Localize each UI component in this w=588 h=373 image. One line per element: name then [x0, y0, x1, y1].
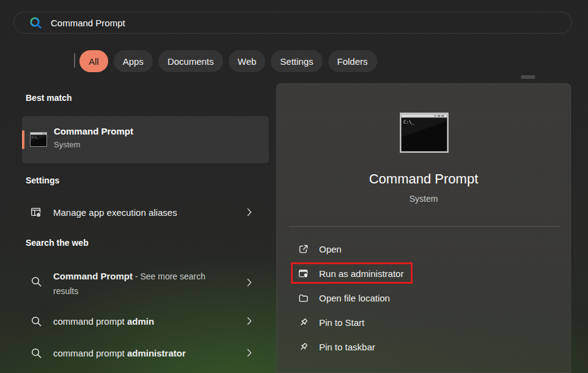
folder-icon [298, 293, 309, 303]
query-text: Command Prompt [53, 271, 133, 281]
windows-search-flyout: All Apps Documents Web Settings Folders … [0, 0, 588, 373]
best-match-subtitle: System [54, 140, 80, 149]
chevron-right-icon [247, 349, 252, 357]
panel-app-title: Command Prompt [277, 171, 570, 187]
run-as-admin-icon [298, 268, 309, 279]
tab-all[interactable]: All [79, 50, 108, 72]
selection-accent-bar [22, 130, 24, 149]
chevron-right-icon [247, 208, 252, 216]
chevron-right-icon [247, 278, 252, 287]
magnifier-icon [31, 347, 42, 359]
tab-documents[interactable]: Documents [158, 50, 223, 72]
best-match-title: Command Prompt [54, 126, 133, 136]
action-label: Run as administrator [319, 268, 403, 279]
action-pin-to-taskbar[interactable]: Pin to taskbar [277, 334, 570, 359]
tab-web[interactable]: Web [229, 50, 266, 72]
open-external-icon [298, 244, 309, 254]
web-result-label: Command Prompt - See more search results [53, 269, 223, 298]
app-execution-aliases-icon [31, 207, 42, 218]
filter-tabs: All Apps Documents Web Settings Folders [79, 50, 377, 72]
search-the-web-heading: Search the web [26, 238, 89, 248]
pin-icon [298, 342, 309, 352]
action-pin-to-start[interactable]: Pin to Start [277, 310, 570, 334]
query-prefix: command prompt [53, 348, 127, 358]
action-open[interactable]: Open [277, 237, 570, 261]
web-result-see-more[interactable]: Command Prompt - See more search results [22, 264, 269, 302]
tabs-divider [74, 53, 75, 68]
action-label: Pin to taskbar [319, 342, 375, 352]
chevron-right-icon [247, 317, 252, 325]
magnifier-icon [31, 316, 42, 327]
command-prompt-icon: C:\_ [30, 132, 47, 147]
tab-settings[interactable]: Settings [271, 50, 322, 72]
tab-folders[interactable]: Folders [328, 50, 377, 72]
best-match-heading: Best match [26, 93, 72, 103]
panel-app-subtitle: System [277, 194, 570, 204]
query-bold: admin [127, 316, 154, 327]
tab-apps[interactable]: Apps [114, 50, 153, 72]
query-bold: administrator [127, 348, 186, 358]
svg-text:C:\_: C:\_ [403, 119, 415, 125]
web-result-admin[interactable]: command prompt admin [22, 308, 269, 334]
search-icon [29, 17, 42, 29]
search-input[interactable] [51, 18, 571, 28]
action-run-as-administrator[interactable]: Run as administrator [277, 261, 570, 286]
action-label: Open [319, 244, 342, 254]
scrollbar-thumb[interactable] [521, 75, 535, 79]
command-prompt-icon-large: C:\_ [400, 113, 449, 153]
settings-heading: Settings [26, 175, 59, 185]
query-prefix: command prompt [53, 316, 127, 327]
web-result-label: command prompt administrator [53, 348, 186, 358]
settings-result-label: Manage app execution aliases [53, 207, 177, 218]
best-match-result[interactable]: C:\_ Command Prompt System [22, 116, 269, 163]
settings-result-manage-aliases[interactable]: Manage app execution aliases [22, 199, 269, 226]
search-bar[interactable] [13, 12, 572, 34]
pin-icon [298, 317, 309, 328]
action-label: Open file location [319, 293, 390, 303]
preview-panel: C:\_ Command Prompt System Open Run as a… [276, 83, 571, 373]
magnifier-icon [31, 276, 42, 287]
action-label: Pin to Start [319, 317, 364, 328]
web-result-administrator[interactable]: command prompt administrator [22, 339, 269, 366]
web-result-label: command prompt admin [53, 316, 154, 327]
action-open-file-location[interactable]: Open file location [277, 286, 570, 310]
panel-divider [289, 226, 560, 227]
